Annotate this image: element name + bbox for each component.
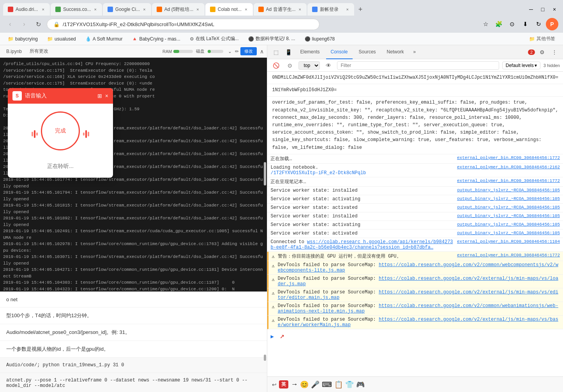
console-expand-arrow[interactable]: ▶ (270, 334, 274, 340)
download-button[interactable]: ⬇ (519, 18, 531, 30)
bt-icon-emoji[interactable]: 😊 (300, 380, 309, 389)
tab-close-audio[interactable]: × (41, 6, 45, 12)
forward-button[interactable]: › (19, 19, 30, 30)
console-entry-sw4: Service worker state: installed output_b… (267, 212, 563, 221)
expand-icon[interactable]: ⌄ (228, 49, 232, 54)
reload-button[interactable]: ↻ (33, 19, 44, 30)
ram-fill (173, 50, 179, 53)
bookmark-datascience[interactable]: ⚫ 数据科学笔记/ 8. ... (245, 34, 298, 43)
bookmark-more[interactable]: 📁 其他书签 (526, 34, 558, 43)
window-close[interactable]: × (549, 4, 560, 15)
tab-ad1[interactable]: Ad (5野租培... × (152, 3, 205, 16)
console-entry-gpu-file[interactable]: external_polymer_bin…RC00_306846456:1772 (457, 253, 560, 258)
bottom-toolbar: ↩ 英 → 😊 🎤 ⌨ 📋 👕 🎮 (267, 376, 563, 392)
profile-button[interactable]: P (546, 18, 558, 30)
tab-close-ad1[interactable]: × (196, 6, 199, 12)
tab-login[interactable]: 新帐登录 × (307, 3, 354, 16)
edit-button[interactable]: 修改 (240, 47, 257, 55)
tab-ad2[interactable]: Ad 音通字生... × (254, 3, 307, 16)
tab-close-login[interactable]: × (346, 6, 349, 12)
tab-network[interactable]: Network (382, 45, 409, 59)
console-content[interactable]: 0NDMiLCJmZWF0dXJlIjoiV2ViQ29tcG9uZW50c1Y… (267, 72, 563, 376)
console-entry-sw4-file[interactable]: output_binary_jslvrz_~RCOA_306846456:105 (457, 214, 560, 218)
console-clear-icon[interactable]: 🚫 (270, 60, 281, 71)
console-entry-sw2-file[interactable]: output_binary_jslvrz_~RCOA_306846456:105 (457, 196, 560, 201)
bookmark-liupeng678[interactable]: ⚫ liupeng678 (302, 35, 338, 43)
bt-icon-mic[interactable]: 🎤 (311, 380, 319, 389)
window-maximize[interactable]: □ (537, 4, 548, 15)
bt-icon-clipboard[interactable]: 📋 (334, 380, 343, 389)
voice-close-icon[interactable]: × (105, 93, 108, 99)
bookmark-usualused[interactable]: 📁 usualused (44, 35, 79, 43)
bt-icon-arrow[interactable]: ↩ (272, 381, 277, 388)
console-entry-rendering-file[interactable]: external_polymer_bin…RC00_306846456:1772 (457, 178, 560, 183)
wave-bar-1 (32, 132, 33, 136)
eye-icon[interactable]: 👁 (323, 60, 334, 71)
console-entry-notebook-file[interactable]: external_polymer_bin…RC00_306846456:2162 (457, 165, 560, 170)
scrollbar-indicator[interactable] (264, 162, 266, 185)
level-select[interactable]: Default levels ▾ (502, 62, 540, 69)
connected-wss-link[interactable]: wss://colab.researc h.google.com/api/ker… (270, 239, 453, 250)
scrollbar-bottom[interactable] (264, 355, 266, 361)
chevron-up-icon[interactable]: ∧ (260, 48, 264, 55)
bookmark-soft-murmur[interactable]: 💧 A Soft Murmur (82, 35, 126, 43)
bookmark-star-button[interactable]: ☆ (480, 18, 491, 30)
bookmark-latex[interactable]: ⚙ 在线 LaTeX 公式编... (187, 34, 242, 43)
notebook-title-btn[interactable]: B.ipynb (3, 48, 25, 55)
console-context-select[interactable]: top (298, 61, 320, 70)
console-filter-icon[interactable]: ⊙ (284, 60, 295, 71)
warning-icon-5: ⚠ (272, 318, 274, 323)
bt-icon-keyboard[interactable]: ⌨ (322, 380, 332, 389)
warning-icon-2: ⚠ (272, 277, 274, 283)
bookmark-babycrying[interactable]: 📁 babycrying (5, 35, 41, 43)
devtools-device-icon[interactable]: 📱 (283, 47, 294, 58)
devtools-inspect-icon[interactable]: ⬚ (270, 47, 281, 58)
console-entry-sw5-file[interactable]: output_binary_jslvrz_~RCOA_306846456:105 (457, 222, 560, 227)
tab-colab[interactable]: Colab not... × (205, 3, 253, 16)
sougou-lang-button[interactable]: 英 (279, 380, 288, 388)
tab-console[interactable]: Console (326, 45, 353, 59)
voice-grid-icon[interactable]: ⊞ (97, 93, 102, 99)
tab-close-ad2[interactable]: × (298, 6, 302, 12)
voice-complete-text[interactable]: 完成 (45, 115, 76, 147)
bt-icon-shirt[interactable]: 👕 (345, 380, 354, 389)
bt-icon-dot[interactable]: → (291, 380, 298, 388)
console-entry-loading-file[interactable]: external_polymer_bin…RC00_306846456:1772 (457, 155, 560, 160)
notebook-changes[interactable]: 所有更改 (26, 47, 51, 56)
window-minimize[interactable]: ─ (526, 4, 537, 15)
tab-success[interactable]: Success.co... × (51, 3, 102, 16)
sourcemap-link-3[interactable]: https://colab.research.google.com/v2/ext… (278, 290, 558, 300)
log-line-gpu-info: /profile_utils/cpu_utils.cc:94] CPU Freq… (3, 61, 264, 67)
console-entry-sw3-file[interactable]: output_binary_jslvrz_~RCOA_306846456:105 (457, 205, 560, 210)
tf-log-6: 2019-01-19 15:44:05.101794: I tensorflow… (3, 189, 264, 202)
devtools-settings-icon[interactable]: ⚙ (537, 47, 547, 58)
extensions-button[interactable]: 🧩 (493, 18, 505, 30)
console-filter-input[interactable] (337, 61, 499, 70)
notebook-link[interactable]: /1T2FYXVO15XuItp-iFR_e2-Dtk8cNPqlb (270, 170, 366, 176)
tab-close-colab[interactable]: × (244, 6, 248, 12)
console-entry-connected-file[interactable]: external_polymer_bin…RC00_306846456:1104 (457, 239, 560, 244)
sourcemap-link-1[interactable]: https://colab.research.google.com/v2/com… (278, 262, 558, 273)
back-button[interactable]: ‹ (5, 19, 16, 30)
tab-elements[interactable]: Elements (295, 45, 324, 59)
tab-close-success[interactable]: × (93, 6, 97, 12)
tab-close-google[interactable]: × (142, 6, 146, 12)
console-entry-notebook-text: Loading notebook./1T2FYXVO15XuItp-iFR_e2… (270, 165, 454, 176)
sourcemap-link-4[interactable]: https://colab.research.google.com/v2/com… (278, 303, 558, 314)
console-entry-sw1-file[interactable]: output_binary_jslvrz_~RCOA_306846456:105 (457, 188, 560, 192)
console-entry-sw6-file[interactable]: output_binary_jslvrz_~RCOA_306846456:105 (457, 231, 560, 235)
tab-audio[interactable]: Audio.dri... × (3, 3, 50, 16)
bt-icon-game[interactable]: 🎮 (356, 380, 365, 389)
tab-google[interactable]: Google Ci... × (103, 3, 151, 16)
sourcemap-link-2[interactable]: https://colab.research.google.com/v2/ext… (278, 276, 558, 287)
sourcemap-link-5[interactable]: https://colab.research.google.com/v2/ext… (278, 317, 558, 328)
new-tab-button[interactable]: + (355, 4, 366, 15)
tab-sources[interactable]: Sources (354, 45, 381, 59)
refresh-icon2[interactable]: ↻ (533, 18, 544, 30)
cell-command2: atcnet.py --pose 1 --relativeframe 0 --d… (0, 373, 267, 392)
devtools-more-icon[interactable]: ⋮ (549, 47, 560, 58)
url-bar[interactable]: 🔒 /1T2FYXVO15XuItp-iFR_e2-Dtk8cNPqlb#scr… (47, 19, 319, 30)
bookmark-babycrying-mas[interactable]: 🔺 BabyCrying - mas... (129, 35, 183, 43)
history-icon[interactable]: ⊙ (506, 18, 518, 30)
tab-more[interactable]: » (410, 45, 419, 59)
